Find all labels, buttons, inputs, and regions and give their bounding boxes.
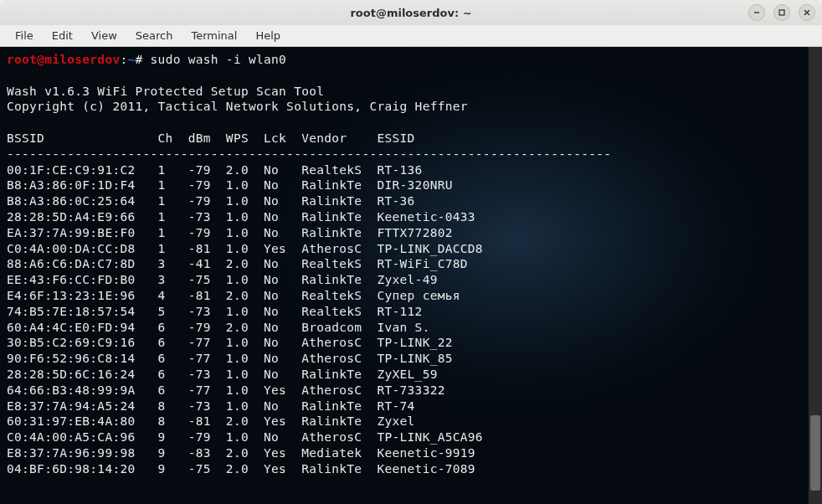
terminal-output: root@miloserdov:~# sudo wash -i wlan0 Wa… [7,52,802,477]
output-copyright: Copyright (c) 2011, Tactical Network Sol… [7,100,468,113]
window-title: root@miloserdov: ~ [0,7,822,19]
output-header: BSSID Ch dBm WPS Lck Vendor ESSID [7,131,415,145]
terminal[interactable]: root@miloserdov:~# sudo wash -i wlan0 Wa… [0,47,809,504]
scrollbar-thumb[interactable] [810,415,820,491]
prompt-command: sudo wash -i wlan0 [143,53,287,66]
minimize-button[interactable] [748,4,765,21]
output-tool: Wash v1.6.3 WiFi Protected Setup Scan To… [7,85,324,98]
close-icon [803,8,811,17]
menu-help[interactable]: Help [247,27,289,44]
menu-search[interactable]: Search [127,27,182,44]
minimize-icon [753,8,761,17]
menu-file[interactable]: File [7,27,42,44]
window-controls [748,4,815,21]
menu-view[interactable]: View [83,27,126,44]
menu-edit[interactable]: Edit [44,27,81,44]
prompt-hash: # [136,53,143,66]
prompt-userhost: root@miloserdov [7,53,120,66]
svg-rect-1 [779,10,784,15]
scrollbar-vertical[interactable] [809,47,822,504]
window-titlebar: root@miloserdov: ~ [0,0,822,25]
terminal-container: root@miloserdov:~# sudo wash -i wlan0 Wa… [0,47,822,504]
output-divider: ----------------------------------------… [7,147,611,161]
close-button[interactable] [799,4,815,21]
menu-terminal[interactable]: Terminal [182,27,245,44]
prompt-path: ~ [127,53,135,66]
menubar: File Edit View Search Terminal Help [0,25,822,47]
maximize-button[interactable] [773,4,790,21]
maximize-icon [778,8,786,17]
